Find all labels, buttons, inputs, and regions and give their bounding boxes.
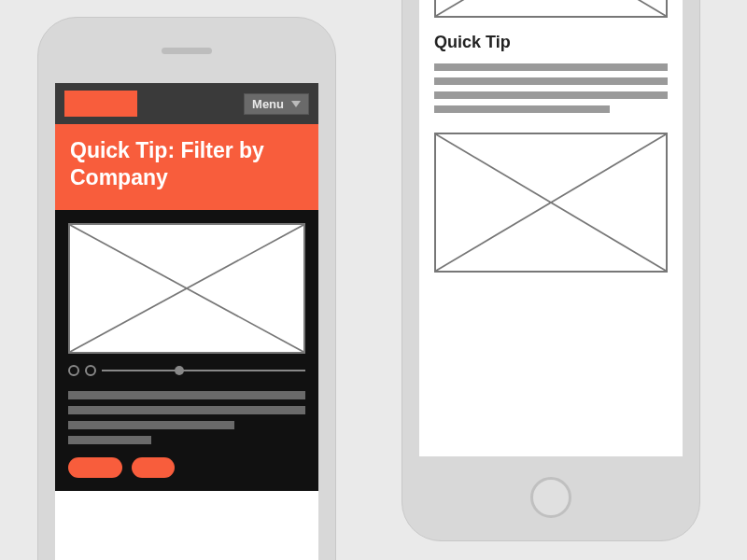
- text-line: [434, 91, 668, 99]
- text-line: [434, 77, 668, 85]
- carousel-prev-icon[interactable]: [68, 365, 79, 376]
- carousel-next-icon[interactable]: [85, 365, 96, 376]
- text-line: [68, 406, 305, 414]
- svg-line-2: [436, 0, 666, 16]
- carousel-thumb[interactable]: [175, 366, 184, 375]
- phone-mockup-right: Quick Tip: [402, 0, 700, 541]
- text-line: [434, 63, 668, 71]
- image-placeholder: [434, 133, 668, 273]
- speaker-slot: [162, 48, 212, 54]
- paragraph-placeholder: [68, 391, 305, 444]
- article-body-light: Quick Tip: [419, 0, 683, 299]
- screen-right: Quick Tip: [419, 0, 683, 456]
- text-line: [68, 436, 151, 444]
- image-placeholder: [68, 223, 305, 354]
- phone-mockup-left: Menu Quick Tip: Filter by Company: [37, 17, 336, 560]
- article-body-dark: [55, 210, 318, 491]
- menu-dropdown[interactable]: Menu: [244, 93, 309, 115]
- text-line: [68, 391, 305, 399]
- section-title: Quick Tip: [434, 33, 668, 52]
- svg-line-3: [436, 0, 666, 16]
- app-header: Menu: [55, 83, 318, 124]
- chevron-down-icon: [291, 101, 301, 107]
- image-placeholder: [434, 0, 668, 18]
- text-line: [68, 421, 234, 429]
- tag-pill[interactable]: [132, 457, 175, 478]
- text-line: [434, 105, 610, 113]
- menu-label: Menu: [252, 97, 284, 111]
- tag-row: [68, 457, 305, 478]
- tag-pill[interactable]: [68, 457, 122, 478]
- logo-placeholder: [64, 91, 137, 117]
- hero-title: Quick Tip: Filter by Company: [55, 124, 318, 210]
- screen-left: Menu Quick Tip: Filter by Company: [55, 83, 318, 560]
- paragraph-placeholder: [434, 63, 668, 113]
- carousel-track[interactable]: [102, 370, 305, 371]
- home-button[interactable]: [530, 477, 571, 518]
- carousel-controls: [68, 365, 305, 376]
